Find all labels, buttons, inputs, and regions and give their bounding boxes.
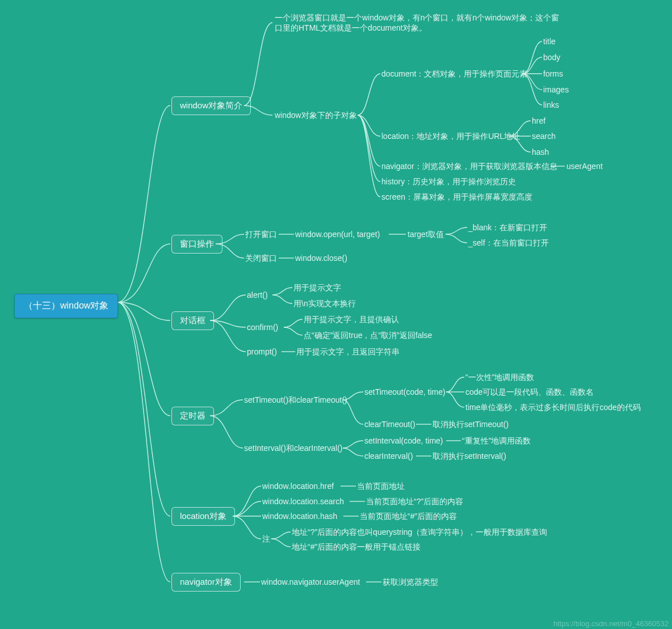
b1-location: location：地址对象，用于操作URL地址 (381, 132, 520, 142)
b1-loc-search: search (532, 132, 556, 141)
b2-open-fn: window.open(url, target) (295, 230, 380, 239)
b1-nav-useragent: userAgent (566, 162, 603, 171)
b1-subobjects: window对象下的子对象 (275, 111, 357, 121)
b1-doc-forms: forms (543, 69, 563, 78)
b1-doc-links: links (543, 100, 559, 109)
b3-alert: alert() (247, 290, 268, 299)
branch-window-ops[interactable]: 窗口操作 (171, 235, 222, 254)
b1-loc-hash: hash (532, 147, 549, 157)
b2-close-window: 关闭窗口 (245, 254, 277, 264)
b1-history: history：历史对象，用于操作浏览历史 (381, 177, 516, 187)
b5-search: window.location.search (262, 497, 344, 506)
b2-target-self: _self：在当前窗口打开 (468, 238, 549, 248)
b1-doc-title: title (543, 37, 556, 46)
b4-cleartimeout: clearTimeout() (364, 420, 415, 429)
b3-confirm-d1: 用于提示文字，且提供确认 (304, 315, 399, 325)
b4-settimeout-d1: “一次性”地调用函数 (465, 373, 534, 383)
watermark: https://blog.csdn.net/m0_46360532 (553, 619, 669, 628)
b3-alert-d1: 用于提示文字 (293, 283, 341, 293)
branch-navigator[interactable]: navigator对象 (171, 573, 241, 592)
b4-settimeout-d3: time单位毫秒，表示过多长时间后执行code的代码 (465, 403, 641, 413)
b4-cleartimeout-d: 取消执行setTimeout() (432, 420, 509, 430)
b3-alert-d2: 用\n实现文本换行 (293, 299, 356, 309)
b5-note2: 地址“#”后面的内容一般用于锚点链接 (292, 542, 421, 552)
b6-useragent: window.navigator.userAgent (261, 577, 360, 586)
b2-target-values: target取值 (408, 230, 444, 240)
b4-setinterval-group: setInterval()和clearInterval() (244, 444, 343, 454)
b1-doc-images: images (543, 85, 569, 94)
b4-clearinterval: clearInterval() (364, 451, 413, 461)
b5-href-d: 当前页面地址 (357, 482, 405, 492)
branch-location[interactable]: location对象 (171, 507, 235, 526)
b3-prompt-d1: 用于提示文字，且返回字符串 (296, 347, 400, 357)
b4-setinterval-call: setInterval(code, time) (364, 436, 443, 445)
root-node[interactable]: （十三）window对象 (14, 294, 118, 318)
branch-timers[interactable]: 定时器 (171, 407, 214, 425)
b1-loc-href: href (532, 116, 545, 125)
b1-desc-line2: 口里的HTML文档就是一个document对象。 (275, 23, 427, 33)
b1-desc-line1: 一个浏览器窗口就是一个window对象，有n个窗口，就有n个window对象；这… (275, 13, 559, 23)
b6-useragent-d: 获取浏览器类型 (383, 577, 438, 588)
b3-confirm-d2: 点“确定”返回true，点“取消”返回false (304, 331, 432, 341)
b5-href: window.location.href (262, 482, 334, 491)
b1-document: document：文档对象，用于操作页面元素 (381, 69, 527, 79)
b4-settimeout-call: setTimeout(code, time) (364, 387, 446, 396)
b5-hash: window.location.hash (262, 512, 337, 521)
b5-note: 注 (262, 534, 270, 544)
b4-settimeout-group: setTimeout()和clearTimeout() (244, 395, 347, 406)
b4-settimeout-d2: code可以是一段代码、函数、函数名 (465, 387, 594, 398)
b5-hash-d: 当前页面地址“#”后面的内容 (360, 512, 457, 522)
b3-confirm: confirm() (247, 323, 278, 332)
b5-search-d: 当前页面地址“?”后面的内容 (366, 497, 463, 507)
b2-close-fn: window.close() (295, 254, 347, 263)
b4-setinterval-d: “重复性”地调用函数 (462, 436, 531, 446)
b2-open-window: 打开窗口 (245, 230, 277, 240)
b1-navigator: navigator：浏览器对象，用于获取浏览器版本信息 (381, 162, 557, 172)
b4-clearinterval-d: 取消执行setInterval() (432, 451, 506, 462)
branch-window-intro[interactable]: window对象简介 (171, 96, 251, 115)
b1-doc-body: body (543, 53, 560, 62)
branch-dialogs[interactable]: 对话框 (171, 311, 214, 330)
b2-target-blank: _blank：在新窗口打开 (468, 223, 547, 233)
b5-note1: 地址“?”后面的内容也叫querystring（查询字符串），一般用于数据库查询 (292, 527, 547, 538)
b1-screen: screen：屏幕对象，用于操作屏幕宽度高度 (381, 192, 532, 202)
b3-prompt: prompt() (247, 347, 277, 356)
